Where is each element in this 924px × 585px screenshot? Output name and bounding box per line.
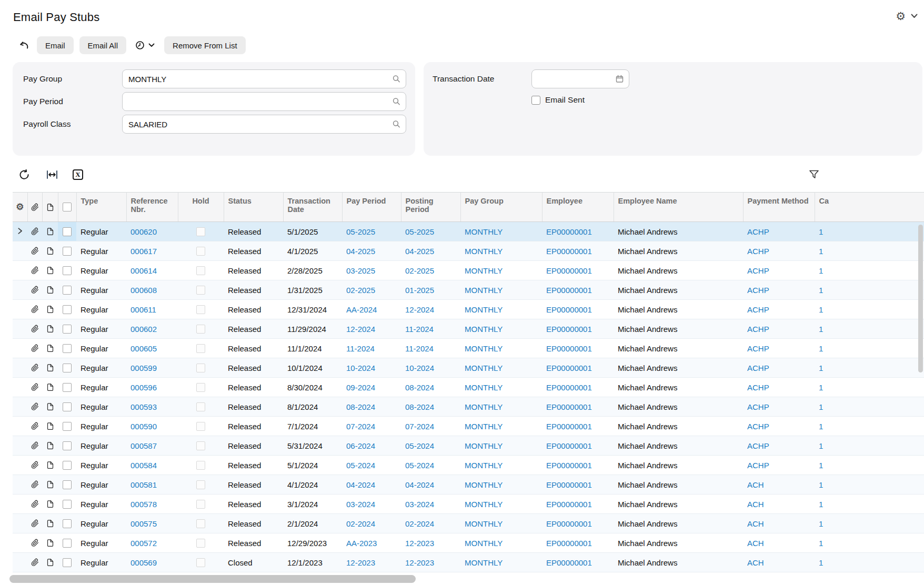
notes-icon[interactable] <box>42 358 58 378</box>
cash-account-link[interactable]: 1 <box>815 358 924 378</box>
cash-account-link[interactable]: 1 <box>815 456 924 475</box>
row-checkbox[interactable] <box>63 480 72 489</box>
column-posting-period[interactable]: Posting Period <box>401 193 460 222</box>
cash-account-link[interactable]: 1 <box>815 533 924 553</box>
pay-period-link[interactable]: 04-2025 <box>342 241 401 261</box>
cash-account-link[interactable]: 1 <box>815 397 924 417</box>
search-icon[interactable] <box>392 120 401 129</box>
posting-period-link[interactable]: 12-2023 <box>401 533 460 553</box>
table-row[interactable]: Regular 000602 Released 11/29/2024 12-20… <box>13 319 924 339</box>
table-row[interactable]: Regular 000569 Closed 12/1/2023 12-2023 … <box>13 553 924 572</box>
posting-period-link[interactable]: 12-2023 <box>401 553 460 572</box>
row-checkbox[interactable] <box>63 266 72 275</box>
column-transaction-date[interactable]: Transaction Date <box>283 193 342 222</box>
filter-icon[interactable] <box>808 168 820 180</box>
cash-account-link[interactable]: 1 <box>815 222 924 241</box>
row-checkbox[interactable] <box>63 305 72 314</box>
row-checkbox[interactable] <box>63 558 72 567</box>
reference-link[interactable]: 000590 <box>126 417 178 436</box>
employee-link[interactable]: EP00000001 <box>542 456 614 475</box>
notes-icon[interactable] <box>42 514 58 533</box>
reference-link[interactable]: 000572 <box>126 533 178 553</box>
email-all-button[interactable]: Email All <box>79 36 127 54</box>
select-all-checkbox[interactable] <box>63 203 72 211</box>
attachment-icon[interactable] <box>27 417 42 436</box>
employee-link[interactable]: EP00000001 <box>542 339 614 358</box>
posting-period-link[interactable]: 05-2024 <box>401 456 460 475</box>
attachment-icon[interactable] <box>27 261 42 280</box>
pay-group-link[interactable]: MONTHLY <box>460 280 542 300</box>
employee-link[interactable]: EP00000001 <box>542 280 614 300</box>
row-checkbox[interactable] <box>63 227 72 236</box>
pay-group-link[interactable]: MONTHLY <box>460 475 542 495</box>
reference-link[interactable]: 000581 <box>126 475 178 495</box>
pay-period-link[interactable]: 03-2025 <box>342 261 401 280</box>
row-expander-icon[interactable] <box>16 227 24 235</box>
notes-icon[interactable] <box>42 222 58 241</box>
payment-method-link[interactable]: ACH <box>743 475 815 495</box>
fit-width-icon[interactable] <box>45 167 59 182</box>
notes-icon[interactable] <box>42 261 58 280</box>
notes-icon[interactable] <box>42 475 58 495</box>
payment-method-link[interactable]: ACHP <box>743 417 815 436</box>
attachment-icon[interactable] <box>27 514 42 533</box>
notes-icon[interactable] <box>42 280 58 300</box>
notes-icon[interactable] <box>42 241 58 261</box>
column-payment-method[interactable]: Payment Method <box>743 193 815 222</box>
table-row[interactable]: Regular 000581 Released 4/1/2024 04-2024… <box>13 475 924 495</box>
employee-link[interactable]: EP00000001 <box>542 514 614 533</box>
transaction-date-input[interactable] <box>531 69 629 88</box>
pay-group-link[interactable]: MONTHLY <box>460 417 542 436</box>
schedule-menu[interactable] <box>135 40 155 51</box>
table-row[interactable]: Regular 000605 Released 11/1/2024 11-202… <box>13 339 924 358</box>
payment-method-link[interactable]: ACHP <box>743 378 815 397</box>
pay-period-link[interactable]: 07-2024 <box>342 417 401 436</box>
attachment-icon[interactable] <box>27 300 42 319</box>
employee-link[interactable]: EP00000001 <box>542 397 614 417</box>
payment-method-link[interactable]: ACHP <box>743 300 815 319</box>
posting-period-link[interactable]: 01-2025 <box>401 280 460 300</box>
employee-link[interactable]: EP00000001 <box>542 553 614 572</box>
posting-period-link[interactable]: 07-2024 <box>401 417 460 436</box>
pay-period-link[interactable]: AA-2024 <box>342 300 401 319</box>
row-checkbox[interactable] <box>63 461 72 470</box>
employee-link[interactable]: EP00000001 <box>542 261 614 280</box>
attachment-icon[interactable] <box>27 495 42 514</box>
row-checkbox[interactable] <box>63 402 72 411</box>
pay-period-link[interactable]: 06-2024 <box>342 436 401 456</box>
employee-link[interactable]: EP00000001 <box>542 378 614 397</box>
attachment-icon[interactable] <box>27 436 42 456</box>
pay-group-link[interactable]: MONTHLY <box>460 358 542 378</box>
pay-period-link[interactable]: 12-2024 <box>342 319 401 339</box>
table-row[interactable]: Regular 000587 Released 5/31/2024 06-202… <box>13 436 924 456</box>
employee-link[interactable]: EP00000001 <box>542 358 614 378</box>
payment-method-link[interactable]: ACHP <box>743 319 815 339</box>
row-checkbox[interactable] <box>63 364 72 372</box>
column-settings-gear-icon[interactable]: ⚙ <box>16 202 24 212</box>
row-checkbox[interactable] <box>63 247 72 256</box>
cash-account-link[interactable]: 1 <box>815 475 924 495</box>
reference-link[interactable]: 000569 <box>126 553 178 572</box>
employee-link[interactable]: EP00000001 <box>542 475 614 495</box>
pay-group-link[interactable]: MONTHLY <box>460 495 542 514</box>
column-pay-period[interactable]: Pay Period <box>342 193 401 222</box>
email-sent-checkbox[interactable] <box>531 96 540 105</box>
employee-link[interactable]: EP00000001 <box>542 222 614 241</box>
posting-period-link[interactable]: 04-2025 <box>401 241 460 261</box>
posting-period-link[interactable]: 02-2025 <box>401 261 460 280</box>
pay-group-link[interactable]: MONTHLY <box>460 339 542 358</box>
table-row[interactable]: Regular 000620 Released 5/1/2025 05-2025… <box>13 222 924 241</box>
chevron-down-icon[interactable] <box>911 14 918 18</box>
employee-link[interactable]: EP00000001 <box>542 319 614 339</box>
cash-account-link[interactable]: 1 <box>815 417 924 436</box>
payment-method-link[interactable]: ACHP <box>743 436 815 456</box>
pay-period-link[interactable]: 03-2024 <box>342 495 401 514</box>
employee-link[interactable]: EP00000001 <box>542 533 614 553</box>
employee-link[interactable]: EP00000001 <box>542 495 614 514</box>
pay-group-link[interactable]: MONTHLY <box>460 319 542 339</box>
remove-from-list-button[interactable]: Remove From List <box>164 36 246 54</box>
attachment-icon[interactable] <box>27 319 42 339</box>
attachment-icon[interactable] <box>27 456 42 475</box>
table-row[interactable]: Regular 000608 Released 1/31/2025 02-202… <box>13 280 924 300</box>
column-pay-group[interactable]: Pay Group <box>460 193 542 222</box>
